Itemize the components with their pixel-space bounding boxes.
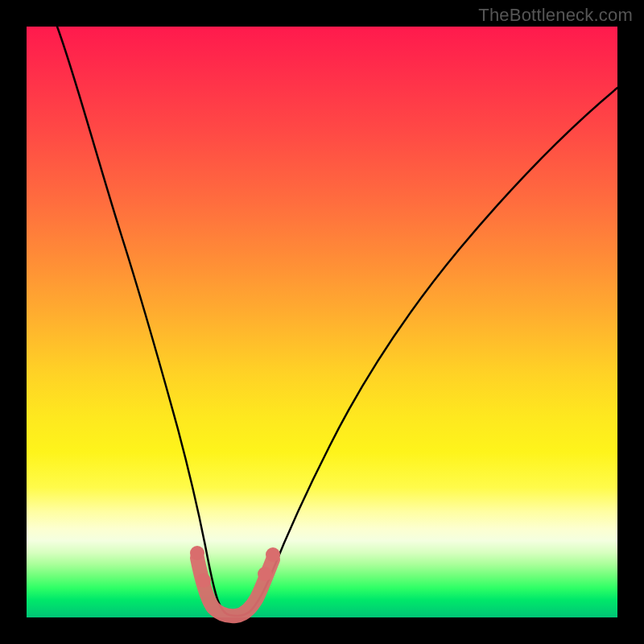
chart-frame: TheBottleneck.com [0, 0, 644, 644]
marker-dot-left-upper [190, 546, 204, 560]
bottleneck-curve [57, 27, 617, 616]
chart-svg [27, 27, 617, 617]
watermark-text: TheBottleneck.com [478, 5, 633, 26]
marker-dot-right-lower [258, 567, 272, 581]
plot-area [27, 27, 617, 617]
marker-dot-left-lower [196, 573, 211, 588]
marker-dot-right-upper [266, 547, 280, 562]
